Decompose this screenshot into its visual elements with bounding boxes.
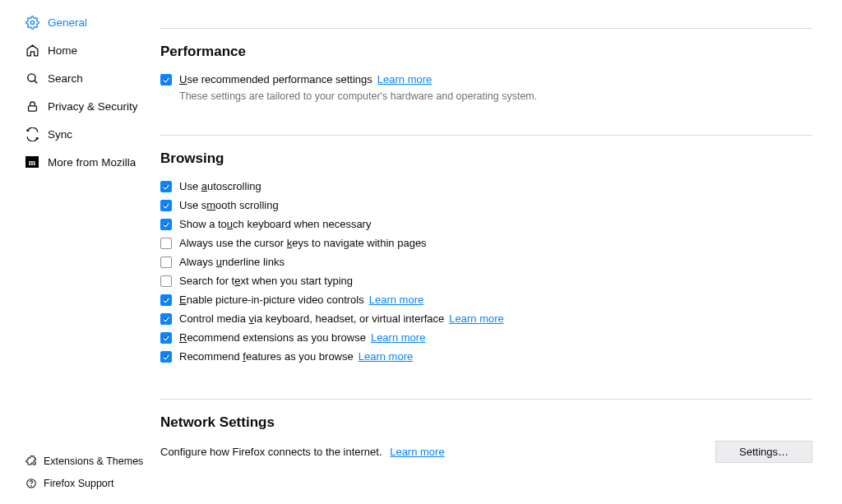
settings-content: Performance Use recommended performance …: [160, 0, 842, 504]
smooth-label: Use smooth scrolling: [179, 199, 279, 211]
sidebar-item-label: Sync: [48, 128, 72, 141]
gear-icon: [25, 15, 39, 30]
network-learn-more[interactable]: Learn more: [390, 446, 444, 458]
recfeat-row: Recommend features as you browse Learn m…: [160, 347, 812, 366]
network-settings-button[interactable]: Settings…: [715, 441, 812, 463]
perf-recommended-checkbox[interactable]: [160, 74, 172, 86]
performance-title: Performance: [160, 44, 812, 60]
sidebar-item-more-mozilla[interactable]: m More from Mozilla: [0, 148, 160, 176]
perf-recommended-label: Use recommended performance settings: [179, 73, 372, 86]
media-row: Control media via keyboard, headset, or …: [160, 309, 812, 328]
pip-learn-more[interactable]: Learn more: [369, 294, 423, 306]
touch-checkbox[interactable]: [160, 219, 172, 230]
sidebar-item-home[interactable]: Home: [0, 36, 160, 64]
recext-checkbox[interactable]: [160, 332, 172, 344]
pip-row: Enable picture-in-picture video controls…: [160, 290, 812, 309]
svg-point-1: [27, 73, 35, 81]
settings-sidebar: General Home Search Privacy & Security S: [0, 0, 160, 504]
sidebar-item-label: Privacy & Security: [48, 100, 138, 113]
svg-rect-3: [28, 105, 36, 110]
typing-checkbox[interactable]: [160, 275, 172, 287]
network-section: Network Settings Configure how Firefox c…: [160, 399, 812, 463]
recext-label: Recommend extensions as you browse: [179, 331, 366, 344]
sidebar-item-search[interactable]: Search: [0, 64, 160, 92]
lock-icon: [25, 99, 39, 113]
perf-recommended-row: Use recommended performance settings Lea…: [160, 70, 812, 89]
media-checkbox[interactable]: [160, 313, 172, 325]
media-label: Control media via keyboard, headset, or …: [179, 312, 444, 325]
browsing-title: Browsing: [160, 150, 812, 167]
network-title: Network Settings: [160, 414, 812, 431]
smooth-row: Use smooth scrolling: [160, 196, 812, 215]
browsing-section: Browsing Use autoscrolling Use smooth sc…: [160, 135, 812, 366]
network-row: Configure how Firefox connects to the in…: [160, 441, 812, 463]
sidebar-item-sync[interactable]: Sync: [0, 120, 160, 148]
sidebar-top: General Home Search Privacy & Security S: [0, 8, 160, 450]
sidebar-item-label: General: [48, 16, 87, 29]
recext-learn-more[interactable]: Learn more: [371, 331, 425, 344]
cursor-checkbox[interactable]: [160, 238, 172, 249]
sidebar-item-label: Home: [48, 44, 77, 57]
sidebar-item-support[interactable]: Firefox Support: [0, 472, 160, 494]
perf-learn-more-link[interactable]: Learn more: [377, 73, 432, 86]
svg-point-5: [30, 485, 31, 486]
sidebar-item-label: Firefox Support: [44, 478, 113, 489]
autoscroll-label: Use autoscrolling: [179, 180, 261, 192]
touch-label: Show a touch keyboard when necessary: [179, 218, 371, 230]
cursor-row: Always use the cursor keys to navigate w…: [160, 234, 812, 252]
underline-checkbox[interactable]: [160, 257, 172, 268]
cursor-label: Always use the cursor keys to navigate w…: [179, 237, 427, 249]
sidebar-item-privacy[interactable]: Privacy & Security: [0, 92, 160, 120]
underline-label: Always underline links: [179, 256, 285, 268]
recfeat-learn-more[interactable]: Learn more: [359, 350, 413, 363]
performance-section: Performance Use recommended performance …: [160, 28, 812, 102]
recfeat-checkbox[interactable]: [160, 351, 172, 363]
media-learn-more[interactable]: Learn more: [449, 312, 503, 325]
sidebar-bottom: Extensions & Themes Firefox Support: [0, 450, 160, 496]
pip-label: Enable picture-in-picture video controls: [179, 294, 364, 306]
typing-label: Search for text when you start typing: [179, 275, 353, 287]
search-icon: [25, 71, 39, 86]
sidebar-item-extensions[interactable]: Extensions & Themes: [0, 450, 160, 472]
help-icon: [25, 477, 37, 489]
pip-checkbox[interactable]: [160, 294, 172, 306]
svg-point-0: [30, 21, 34, 24]
mozilla-icon: m: [25, 155, 39, 169]
svg-line-2: [34, 80, 36, 82]
home-icon: [25, 43, 39, 58]
typing-row: Search for text when you start typing: [160, 271, 812, 290]
smooth-checkbox[interactable]: [160, 200, 172, 211]
recext-row: Recommend extensions as you browse Learn…: [160, 328, 812, 347]
network-desc-wrap: Configure how Firefox connects to the in…: [160, 446, 445, 458]
sidebar-item-general[interactable]: General: [0, 8, 160, 36]
autoscroll-row: Use autoscrolling: [160, 177, 812, 196]
network-desc: Configure how Firefox connects to the in…: [160, 446, 382, 458]
sidebar-item-label: More from Mozilla: [48, 156, 136, 169]
sync-icon: [25, 127, 39, 141]
touch-row: Show a touch keyboard when necessary: [160, 215, 812, 234]
underline-row: Always underline links: [160, 252, 812, 271]
recfeat-label: Recommend features as you browse: [179, 350, 354, 363]
sidebar-item-label: Extensions & Themes: [44, 455, 143, 467]
perf-subtext: These settings are tailored to your comp…: [179, 90, 812, 102]
puzzle-icon: [25, 455, 37, 467]
sidebar-item-label: Search: [48, 72, 83, 85]
autoscroll-checkbox[interactable]: [160, 181, 172, 192]
